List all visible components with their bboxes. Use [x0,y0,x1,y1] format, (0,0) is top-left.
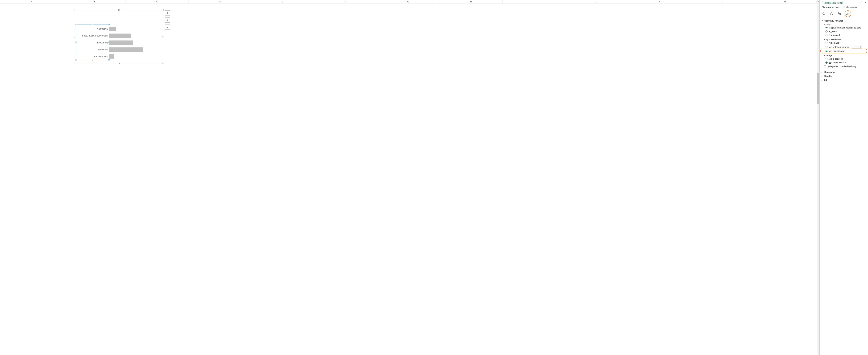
radio-icon [826,61,828,64]
bar[interactable] [109,54,115,59]
bar[interactable] [109,40,133,45]
chart-quick-buttons: + [165,10,170,30]
col-head[interactable]: F [314,0,377,3]
pane-options-dropdown[interactable] [860,1,862,4]
brush-icon [166,19,169,22]
bar-track [109,40,161,45]
effects-tab[interactable] [829,11,834,16]
col-head[interactable]: H [440,0,503,3]
bar-track [109,33,161,38]
radio-text-axis[interactable]: Axeltext [822,30,866,33]
section-tick-marks[interactable]: Skalstreck [822,70,866,74]
chart-filter-button[interactable] [165,24,170,30]
bar-row: Administrativa [76,53,161,60]
radio-icon [826,30,828,32]
resize-handle[interactable] [162,9,164,11]
radio-icon [826,42,828,44]
radio-icon [826,27,828,29]
category-label[interactable]: Administrativa [76,55,109,58]
col-head[interactable]: M [754,0,817,3]
value-axis-line [109,20,163,21]
format-axis-pane: Formatera axel ✕ Alternativ för axel▾ Te… [819,0,868,355]
col-head[interactable]: C [126,0,189,3]
chart-styles-button[interactable] [165,18,170,23]
radio-icon [826,58,828,60]
col-head[interactable]: L [691,0,754,3]
col-head[interactable]: J [565,0,628,3]
checkbox-icon [824,65,826,67]
chart-object[interactable]: Belopp (tkr) 0 2 000 4 000 6 000 8 000 [75,10,163,63]
fill-line-tab[interactable] [822,11,826,16]
resize-handle[interactable] [74,9,75,11]
radio-icon [826,50,828,52]
scroll-up-arrow[interactable]: ▴ [817,0,819,3]
worksheet-area[interactable]: A B C D E F G H I J K L M Belopp (tkr) [0,0,817,355]
vertical-scrollbar[interactable]: ▴ ▾ [817,0,819,355]
pentagon-icon [830,12,833,16]
col-head[interactable]: D [189,0,251,3]
highlight-ring [844,10,851,17]
bar[interactable] [109,33,131,38]
bar-row: Alternativa [76,25,161,32]
section-axis-options[interactable]: Alternativ för axel [822,19,866,23]
chevron-down-icon: ▾ [839,6,840,8]
paint-bucket-icon [822,12,826,16]
col-head[interactable]: A [0,0,63,3]
radio-between-tick-marks[interactable]: Mellan skalstreck [822,61,866,64]
bar-track [109,27,161,31]
resize-handle[interactable] [162,63,164,64]
category-number-input[interactable] [852,45,862,49]
resize-handle[interactable] [162,36,164,37]
bar-row: Produktion [76,46,161,53]
scroll-down-arrow[interactable]: ▾ [817,352,819,355]
chart-elements-button[interactable]: + [165,10,170,16]
category-label[interactable]: Alternativa [76,27,109,30]
radio-icon [826,34,828,36]
axis-options-link[interactable]: Alternativ för axel▾ [822,6,840,8]
size-properties-tab[interactable] [837,11,841,16]
size-icon [837,12,841,16]
bar[interactable] [109,48,143,52]
svg-rect-0 [846,14,847,15]
bar-row: Skatt, avgift & subvention [76,32,161,39]
section-labels[interactable]: Etiketter [822,74,866,78]
radio-icon [826,46,828,48]
bar[interactable] [109,27,116,31]
category-label[interactable]: Skatt, avgift & subvention [76,34,109,37]
axis-options-tab[interactable] [846,11,850,16]
text-options-link[interactable]: Textalternativ [843,6,857,8]
radio-cross-category-number[interactable]: Vid kategorinummer [822,45,866,49]
resize-handle[interactable] [74,36,75,37]
radio-auto-by-data[interactable]: Välj automatiskt baserat på data [822,26,866,30]
col-head[interactable]: E [251,0,314,3]
bar-row: Investering [76,39,161,46]
resize-handle[interactable] [74,63,75,64]
axis-type-label: Axeltyp [822,23,866,26]
plus-icon: + [166,11,168,15]
close-icon[interactable]: ✕ [864,1,866,4]
svg-rect-2 [849,13,849,15]
resize-handle[interactable] [118,9,120,11]
col-head[interactable]: I [503,0,565,3]
bar-track [109,48,161,52]
column-headers: A B C D E F G H I J K L M [0,0,817,3]
pane-title: Formatera axel [822,1,843,5]
radio-cross-auto[interactable]: Automatisk [822,41,866,45]
bar-chart-icon [846,12,850,16]
category-label[interactable]: Produktion [76,48,109,51]
axis-position-label: Axelläge [822,54,866,57]
funnel-icon [166,26,169,28]
plot-area[interactable]: AlternativaSkatt, avgift & subventionInv… [76,25,161,60]
col-head[interactable]: G [377,0,440,3]
section-number[interactable]: Tal [822,78,866,82]
scroll-thumb[interactable] [817,73,819,104]
resize-handle[interactable] [118,63,120,64]
radio-cross-max-category[interactable]: Vid maxkategori [822,49,866,53]
horizontal-crosses-label: Vågrät axel korsar [822,38,866,41]
category-label[interactable]: Investering [76,41,109,44]
col-head[interactable]: K [628,0,691,3]
checkbox-reverse-categories[interactable]: Kategorier i omvänd ordning [822,64,866,68]
col-head[interactable]: B [63,0,126,3]
radio-date-axis[interactable]: Datumaxel [822,33,866,37]
radio-on-tick-marks[interactable]: Vid skalstreck [822,57,866,61]
